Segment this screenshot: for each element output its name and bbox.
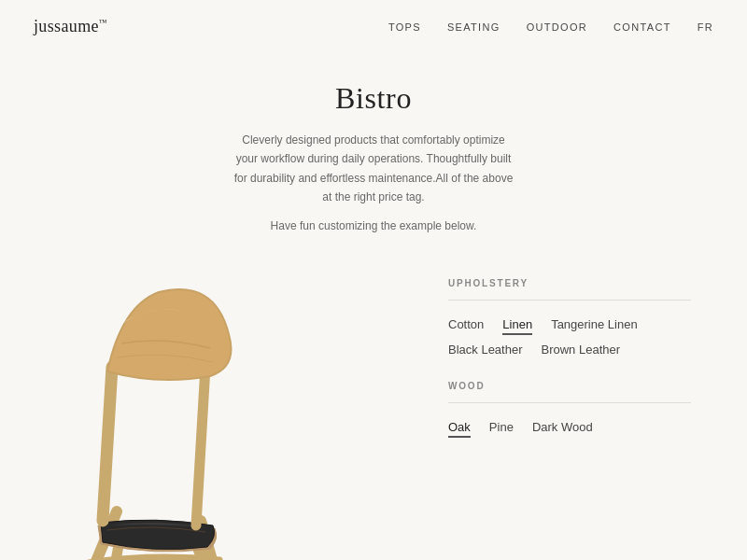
wood-section: WOOD Oak Pine Dark Wood (448, 381, 719, 438)
main-nav: jussaume™ TOPS SEATING OUTDOOR CONTACT F… (0, 0, 747, 53)
logo[interactable]: jussaume™ (34, 17, 107, 36)
nav-link-seating[interactable]: SEATING (447, 21, 500, 33)
nav-link-fr[interactable]: FR (698, 21, 713, 33)
product-description: Cleverly designed products that comforta… (233, 131, 514, 207)
option-cotton[interactable]: Cotton (448, 315, 484, 335)
option-tangerine-linen[interactable]: Tangerine Linen (551, 315, 638, 335)
option-oak[interactable]: Oak (448, 418, 471, 438)
chair-illustration (0, 222, 420, 560)
wood-divider (448, 402, 691, 403)
option-brown-leather[interactable]: Brown Leather (542, 341, 621, 360)
option-black-leather[interactable]: Black Leather (448, 341, 523, 360)
nav-link-outdoor[interactable]: OUTDOOR (527, 21, 587, 33)
option-pine[interactable]: Pine (489, 418, 514, 438)
chair-display (0, 259, 430, 560)
nav-link-tops[interactable]: TOPS (388, 21, 421, 33)
wood-options: Oak Pine Dark Wood (448, 418, 719, 438)
upholstery-label: UPHOLSTERY (448, 278, 719, 288)
configurator-panel: UPHOLSTERY Cotton Linen Tangerine Linen … (430, 259, 747, 560)
nav-links: TOPS SEATING OUTDOOR CONTACT FR (388, 21, 713, 33)
product-title: Bistro (19, 81, 728, 116)
option-dark-wood[interactable]: Dark Wood (532, 418, 593, 438)
nav-link-contact[interactable]: CONTACT (613, 21, 671, 33)
upholstery-divider (448, 300, 691, 301)
main-content: UPHOLSTERY Cotton Linen Tangerine Linen … (0, 259, 747, 560)
upholstery-options: Cotton Linen Tangerine Linen Black Leath… (448, 315, 719, 360)
upholstery-section: UPHOLSTERY Cotton Linen Tangerine Linen … (448, 278, 719, 360)
wood-label: WOOD (448, 381, 719, 391)
option-linen[interactable]: Linen (502, 315, 532, 335)
